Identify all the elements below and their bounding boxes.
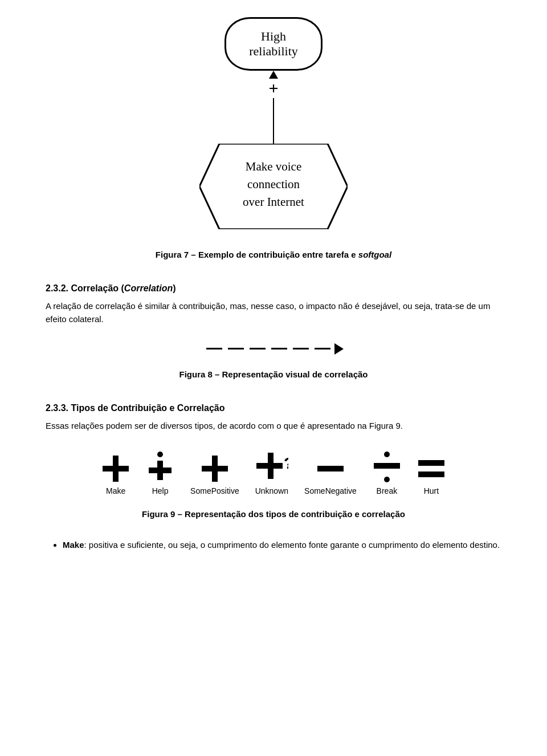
section-232-italic: Correlation xyxy=(124,283,173,293)
svg-text:?: ? xyxy=(284,454,288,472)
make-icon xyxy=(101,454,130,483)
figure-8-diagram xyxy=(203,343,344,355)
contrib-unknown: ? Unknown xyxy=(255,452,288,495)
dash-4 xyxy=(271,348,287,349)
page-content: High reliability + Make voice connection… xyxy=(46,11,501,556)
somepositive-icon xyxy=(201,454,229,483)
bullet-list: Make: positiva e suficiente, ou seja, o … xyxy=(63,538,501,556)
somepositive-label: SomePositive xyxy=(190,486,239,495)
svg-rect-19 xyxy=(418,472,444,477)
dash-6 xyxy=(315,348,330,349)
section-232-number: 2.3.2. xyxy=(46,283,68,293)
section-232-title: Correlação ( xyxy=(68,283,124,293)
make-bullet-label: Make xyxy=(63,540,84,550)
bullet-make: Make: positiva e suficiente, ou seja, o … xyxy=(63,538,501,551)
section-232-heading: 2.3.2. Correlação (Correlation) xyxy=(46,283,501,294)
figure-8-caption: Figura 8 – Representação visual de corre… xyxy=(46,369,501,379)
dashed-line xyxy=(203,343,344,355)
figure-9-caption: Figura 9 – Representação dos tipos de co… xyxy=(46,509,501,519)
section-233-body: Essas relações podem ser de diversos tip… xyxy=(46,419,501,432)
dash-5 xyxy=(293,348,309,349)
contrib-make: Make xyxy=(101,454,130,495)
svg-rect-18 xyxy=(418,460,444,466)
section-233-body-text: Essas relações podem ser de diversos tip… xyxy=(46,421,403,430)
arrow-line-vertical xyxy=(273,98,275,144)
contribution-arrow: + xyxy=(268,71,278,144)
softgoal-text-line2: reliability xyxy=(249,44,298,58)
svg-rect-16 xyxy=(374,463,400,469)
section-233-heading: 2.3.3. Tipos de Contribuição e Correlaçã… xyxy=(46,403,501,413)
svg-text:connection: connection xyxy=(247,177,300,191)
arrowhead-right xyxy=(334,343,344,355)
fig9-caption-text: Figura 9 – Representação dos tipos de co… xyxy=(142,509,405,519)
section-232-body-text: A relação de correlação é similar à cont… xyxy=(46,301,490,324)
break-icon xyxy=(373,452,401,483)
svg-rect-12 xyxy=(256,463,283,469)
svg-rect-10 xyxy=(202,466,228,472)
unknown-icon: ? xyxy=(255,452,288,483)
svg-point-17 xyxy=(384,477,390,482)
contrib-help: Help xyxy=(146,452,174,495)
svg-text:over Internet: over Internet xyxy=(243,195,304,209)
section-232-body: A relação de correlação é similar à cont… xyxy=(46,299,501,326)
fig7-caption-italic: softgoal xyxy=(358,250,391,259)
contrib-hurt: Hurt xyxy=(417,454,446,495)
fig7-caption-text: Figura 7 – Exemplo de contribuição entre… xyxy=(156,250,358,259)
somenegative-label: SomeNegative xyxy=(304,486,357,495)
fig8-caption-text: Figura 8 – Representação visual de corre… xyxy=(179,369,368,379)
softgoal-text-line1: High xyxy=(261,29,286,43)
softgoal-node: High reliability xyxy=(224,17,323,71)
make-label: Make xyxy=(106,486,125,495)
make-bullet-text: : positiva e suficiente, ou seja, o cump… xyxy=(84,540,500,550)
svg-rect-14 xyxy=(317,466,344,472)
task-node-container: Make voice connection over Internet xyxy=(199,144,348,229)
help-icon xyxy=(146,452,174,483)
break-label: Break xyxy=(377,486,398,495)
unknown-label: Unknown xyxy=(255,486,288,495)
hurt-label: Hurt xyxy=(424,486,439,495)
svg-text:Make voice: Make voice xyxy=(246,160,302,173)
plus-sign: + xyxy=(268,80,278,97)
figure-9-diagram: Make Help SomeP xyxy=(46,452,501,495)
somenegative-icon xyxy=(316,454,345,483)
svg-point-6 xyxy=(157,452,163,457)
contrib-break: Break xyxy=(373,452,401,495)
svg-point-15 xyxy=(384,452,390,457)
contrib-somenegative: SomeNegative xyxy=(304,454,357,495)
arrowhead-up xyxy=(269,71,278,79)
section-233-number: 2.3.3. xyxy=(46,403,68,413)
contrib-somepositive: SomePositive xyxy=(190,454,239,495)
figure-7-caption: Figura 7 – Exemplo de contribuição entre… xyxy=(46,250,501,259)
help-label: Help xyxy=(152,486,169,495)
svg-rect-5 xyxy=(103,466,129,472)
dash-3 xyxy=(250,348,266,349)
figure-7-diagram: High reliability + Make voice connection… xyxy=(199,17,348,229)
task-hexagon-svg: Make voice connection over Internet xyxy=(199,144,348,229)
section-233-title: Tipos de Contribuição e Correlação xyxy=(68,403,224,413)
dash-2 xyxy=(228,348,244,349)
dash-1 xyxy=(206,348,222,349)
section-232-title-end: ) xyxy=(173,283,175,293)
svg-rect-8 xyxy=(149,468,172,473)
hurt-icon xyxy=(417,454,446,483)
